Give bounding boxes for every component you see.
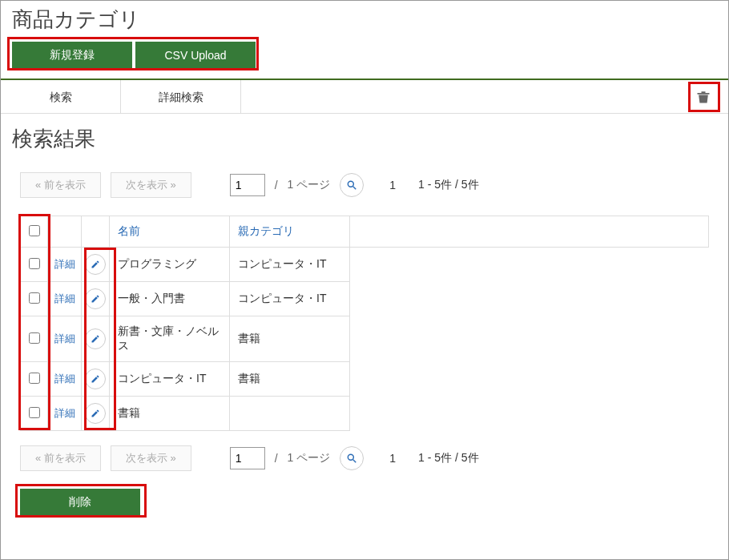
edit-button[interactable]: [85, 328, 106, 349]
page-total-prefix-bottom: /: [275, 452, 278, 465]
cell-name: 書籍: [110, 397, 230, 431]
cell-parent: コンピュータ・IT: [230, 248, 350, 282]
pencil-icon: [91, 409, 100, 418]
edit-button[interactable]: [85, 254, 106, 275]
edit-button[interactable]: [85, 403, 106, 424]
table-row: 詳細プログラミングコンピュータ・IT: [21, 248, 709, 282]
page-number-input[interactable]: [230, 174, 265, 196]
table-row: 詳細書籍: [21, 397, 709, 431]
pager-search-button[interactable]: [340, 173, 364, 197]
cell-parent: コンピュータ・IT: [230, 282, 350, 316]
page-total: 1 ページ: [288, 178, 331, 192]
header-detail: [48, 216, 82, 248]
trash-icon: [695, 89, 711, 105]
detail-link[interactable]: 詳細: [54, 292, 75, 304]
detail-link[interactable]: 詳細: [54, 332, 75, 344]
pager-search-button-bottom[interactable]: [340, 446, 364, 470]
page-title: 商品カテゴリ: [1, 1, 728, 42]
cell-name: プログラミング: [110, 248, 230, 282]
delete-button[interactable]: 削除: [20, 489, 140, 516]
pager-top: « 前を表示 次を表示 » / 1 ページ 1 1 - 5件 / 5件: [20, 172, 709, 198]
svg-point-0: [348, 181, 354, 187]
edit-button[interactable]: [85, 369, 106, 389]
row-checkbox[interactable]: [29, 258, 40, 269]
row-checkbox[interactable]: [29, 407, 40, 418]
cell-name: 新書・文庫・ノベルス: [110, 316, 230, 362]
trash-button[interactable]: [690, 83, 717, 111]
pencil-icon: [91, 374, 100, 384]
edit-button[interactable]: [85, 288, 106, 309]
detail-link[interactable]: 詳細: [54, 407, 75, 419]
svg-line-3: [353, 460, 356, 463]
select-all-checkbox[interactable]: [29, 225, 40, 236]
pencil-icon: [91, 260, 100, 269]
tab-advanced-search[interactable]: 詳細検索: [121, 80, 241, 113]
next-page-button[interactable]: 次を表示 »: [111, 172, 191, 198]
row-checkbox[interactable]: [29, 332, 40, 344]
results-table: 名前 親カテゴリ 詳細プログラミングコンピュータ・IT詳細一般・入門書コンピュー…: [20, 216, 709, 431]
header-name[interactable]: 名前: [110, 216, 230, 248]
row-checkbox[interactable]: [29, 373, 40, 384]
page-number-input-bottom[interactable]: [230, 447, 265, 469]
prev-page-button[interactable]: « 前を表示: [20, 172, 101, 198]
tab-search[interactable]: 検索: [1, 80, 121, 113]
prev-page-button-bottom[interactable]: « 前を表示: [20, 445, 101, 471]
detail-link[interactable]: 詳細: [54, 373, 75, 385]
table-row: 詳細コンピュータ・IT書籍: [21, 362, 709, 397]
header-edit: [82, 216, 110, 248]
row-checkbox[interactable]: [29, 292, 40, 304]
svg-point-2: [348, 454, 354, 460]
search-icon: [346, 453, 357, 464]
page-total-prefix: /: [275, 179, 278, 191]
cell-parent: 書籍: [230, 316, 350, 362]
header-parent[interactable]: 親カテゴリ: [230, 216, 350, 248]
section-title: 検索結果: [1, 114, 728, 167]
detail-link[interactable]: 詳細: [54, 258, 75, 270]
csv-upload-button[interactable]: CSV Upload: [135, 42, 256, 69]
pager-range: 1 - 5件 / 5件: [418, 178, 478, 192]
table-row: 詳細新書・文庫・ノベルス書籍: [21, 316, 709, 362]
search-icon: [346, 179, 357, 191]
next-page-button-bottom[interactable]: 次を表示 »: [111, 445, 191, 471]
current-page-num-bottom: 1: [389, 452, 396, 465]
current-page-num: 1: [389, 179, 396, 191]
pager-range-bottom: 1 - 5件 / 5件: [418, 451, 478, 465]
register-button[interactable]: 新規登録: [12, 42, 132, 69]
pencil-icon: [91, 334, 100, 344]
pager-bottom: « 前を表示 次を表示 » / 1 ページ 1 1 - 5件 / 5件: [20, 445, 709, 471]
svg-line-1: [353, 187, 356, 190]
cell-parent: [230, 397, 350, 431]
header-blank: [350, 216, 709, 248]
cell-parent: 書籍: [230, 362, 350, 397]
cell-name: 一般・入門書: [110, 282, 230, 316]
page-total-bottom: 1 ページ: [288, 451, 331, 465]
header-checkbox[interactable]: [21, 216, 48, 248]
pencil-icon: [91, 294, 100, 304]
table-row: 詳細一般・入門書コンピュータ・IT: [21, 282, 709, 316]
cell-name: コンピュータ・IT: [110, 362, 230, 397]
